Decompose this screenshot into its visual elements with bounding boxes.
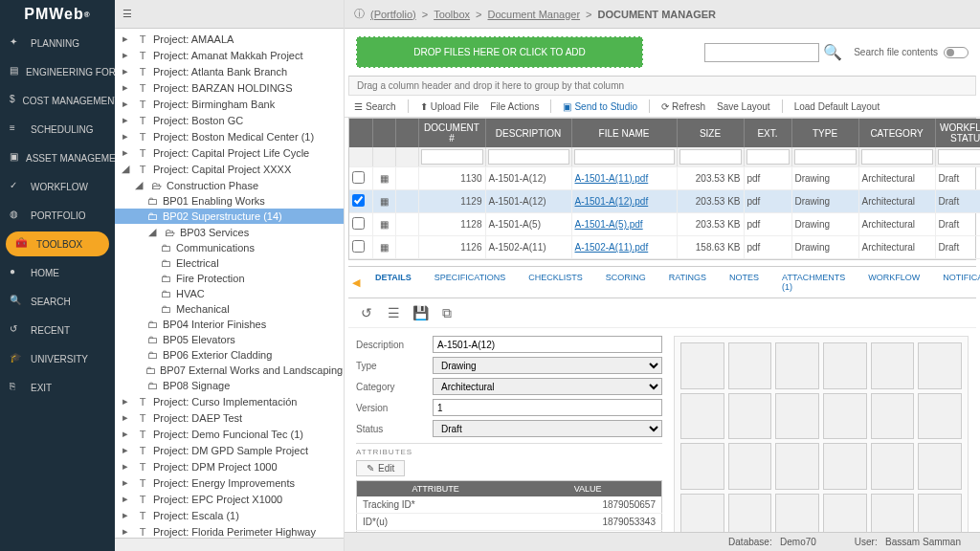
nav-search[interactable]: 🔍SEARCH — [0, 287, 115, 316]
tb-upload[interactable]: ⬆ Upload File — [420, 101, 479, 112]
breadcrumb-docmgr[interactable]: Document Manager — [487, 9, 580, 20]
table-row[interactable]: ▦ 1130 A-1501-A(12) A-1501-A(11).pdf 203… — [349, 167, 980, 190]
expand-icon[interactable]: ▸ — [119, 130, 132, 143]
tree-item[interactable]: ▸TProject: AMAALA — [115, 31, 344, 47]
attr-row[interactable]: Tracking ID*1879050657 — [357, 496, 662, 514]
col-header[interactable]: SIZE — [677, 119, 744, 147]
list-icon[interactable]: ☰ — [385, 304, 402, 321]
tree-item[interactable]: ▸TProject: EPC Project X1000 — [115, 491, 344, 507]
nav-asset-manageme-[interactable]: ▣ASSET MANAGEME... — [0, 143, 115, 172]
search-input[interactable] — [704, 43, 819, 62]
expand-icon[interactable]: ▸ — [119, 476, 132, 489]
nav-cost-management[interactable]: $COST MANAGEMENT — [0, 86, 115, 115]
expand-icon[interactable]: ▸ — [119, 460, 132, 473]
col-filter[interactable] — [488, 149, 569, 165]
expand-icon[interactable]: ▸ — [119, 81, 132, 94]
file-link[interactable]: A-1501-A(12).pdf — [575, 196, 649, 207]
tree-item[interactable]: 🗀BP07 External Works and Landscaping — [115, 363, 344, 378]
tab-specifications[interactable]: SPECIFICATIONS — [423, 267, 517, 298]
col-header[interactable] — [372, 119, 395, 147]
col-filter[interactable] — [574, 149, 675, 165]
col-header[interactable]: DOCUMENT # — [418, 119, 485, 147]
tree-item[interactable]: ▸TProject: BARZAN HOLDINGS — [115, 79, 344, 96]
tree-item[interactable]: 🗀Fire Protection — [115, 271, 344, 286]
tree-item[interactable]: 🗀BP05 Elevators — [115, 332, 344, 347]
dropzone[interactable]: DROP FILES HERE OR CLICK TO ADD — [356, 36, 643, 68]
undo-icon[interactable]: ↺ — [358, 304, 375, 321]
tree-item[interactable]: 🗀Communications — [115, 240, 344, 255]
version-input[interactable] — [433, 399, 662, 416]
col-filter[interactable] — [679, 149, 742, 165]
file-link[interactable]: A-1501-A(5).pdf — [575, 219, 643, 230]
expand-icon[interactable]: ▸ — [119, 525, 132, 538]
col-header[interactable]: CATEGORY — [858, 119, 935, 147]
tab-ratings[interactable]: RATINGS — [657, 267, 718, 298]
tree-item[interactable]: ▸TProject: Amanat Makkah Project — [115, 47, 344, 63]
tree-item[interactable]: ◢TProject: Capital Project XXXX — [115, 161, 344, 177]
col-header[interactable]: TYPE — [791, 119, 858, 147]
breadcrumb-toolbox[interactable]: Toolbox — [434, 9, 470, 20]
file-link[interactable]: A-1502-A(11).pdf — [575, 242, 649, 253]
expand-icon[interactable]: ▸ — [119, 411, 132, 424]
tree-item[interactable]: 🗀BP01 Enabling Works — [115, 193, 344, 209]
tree-item[interactable]: ▸TProject: Curso Implementación — [115, 393, 344, 409]
row-checkbox[interactable] — [352, 171, 365, 184]
tree-item[interactable]: ▸TProject: Boston Medical Center (1) — [115, 128, 344, 144]
group-by-hint[interactable]: Drag a column header and drop it here to… — [348, 76, 976, 96]
col-filter[interactable] — [421, 149, 483, 165]
tree-item[interactable]: ▸TProject: Capital Project Life Cycle — [115, 144, 344, 161]
tree-item[interactable]: 🗀BP06 Exterior Cladding — [115, 347, 344, 363]
expand-icon[interactable]: ▸ — [119, 444, 132, 456]
tree-item[interactable]: 🗀BP08 Signage — [115, 378, 344, 393]
tb-actions[interactable]: File Actions — [490, 101, 539, 112]
col-filter[interactable] — [861, 149, 933, 165]
table-row[interactable]: ▦ 1126 A-1502-A(11) A-1502-A(11).pdf 158… — [349, 236, 980, 259]
row-checkbox[interactable] — [352, 194, 365, 207]
tab-notifications[interactable]: NOTIFICATIONS — [931, 267, 980, 298]
tree-item[interactable]: 🗀Mechanical — [115, 301, 344, 317]
search-contents-toggle[interactable] — [944, 47, 969, 58]
attr-row[interactable]: ID*(u)1879053343 — [357, 514, 662, 531]
menu-icon[interactable]: ▦ — [380, 219, 389, 230]
nav-portfolio[interactable]: ◍PORTFOLIO — [0, 201, 115, 230]
expand-icon[interactable]: ▸ — [119, 509, 132, 521]
save-icon[interactable]: 💾 — [412, 304, 429, 321]
col-filter[interactable] — [746, 149, 790, 165]
tree-item[interactable]: 🗀BP04 Interior Finishes — [115, 317, 344, 332]
nav-scheduling[interactable]: ≡SCHEDULING — [0, 115, 115, 143]
tree-item[interactable]: ◢🗁Construction Phase — [115, 177, 344, 193]
col-header[interactable] — [395, 119, 418, 147]
nav-home[interactable]: ●HOME — [0, 258, 115, 287]
file-link[interactable]: A-1501-A(11).pdf — [575, 173, 649, 184]
expand-icon[interactable]: ▸ — [119, 98, 132, 110]
row-checkbox[interactable] — [352, 217, 365, 230]
tab-notes[interactable]: NOTES — [718, 267, 770, 298]
col-filter[interactable] — [794, 149, 857, 165]
expand-icon[interactable]: ▸ — [119, 395, 132, 408]
tb-load-layout[interactable]: Load Default Layout — [794, 101, 880, 112]
tree-item[interactable]: ▸TProject: Escala (1) — [115, 507, 344, 523]
col-header[interactable] — [349, 119, 372, 147]
expand-icon[interactable]: ▸ — [119, 428, 132, 440]
tree-item[interactable]: 🗀BP02 Superstructure (14) — [115, 209, 344, 224]
tree-item[interactable]: 🗀Electrical — [115, 255, 344, 271]
expand-icon[interactable]: ◢ — [145, 226, 159, 238]
tree-item[interactable]: ▸TProject: Boston GC — [115, 112, 344, 128]
breadcrumb-portfolio[interactable]: (Portfolio) — [370, 9, 416, 20]
tree-item[interactable]: ▸TProject: DPM Project 1000 — [115, 458, 344, 474]
row-checkbox[interactable] — [352, 240, 365, 253]
status-select[interactable]: Draft — [433, 420, 662, 437]
tree-item[interactable]: ◢🗁BP03 Services — [115, 224, 344, 240]
nav-workflow[interactable]: ✓WORKFLOW — [0, 172, 115, 201]
tab-details[interactable]: DETAILS — [364, 267, 423, 298]
expand-icon[interactable]: ▸ — [119, 493, 132, 505]
expand-icon[interactable]: ▸ — [119, 49, 132, 61]
tree-item[interactable]: ▸TProject: DM GPD Sample Project — [115, 442, 344, 458]
tree-item[interactable]: ▸TProject: Atlanta Bank Branch — [115, 63, 344, 79]
tab-checklists[interactable]: CHECKLISTS — [517, 267, 594, 298]
tab-attachments-[interactable]: ATTACHMENTS (1) — [770, 267, 857, 298]
tree-item[interactable]: ▸TProject: Energy Improvements — [115, 474, 344, 491]
popout-icon[interactable]: ⧉ — [438, 304, 456, 321]
nav-planning[interactable]: ✦PLANNING — [0, 29, 115, 57]
nav-toolbox[interactable]: 🧰TOOLBOX — [6, 231, 109, 256]
